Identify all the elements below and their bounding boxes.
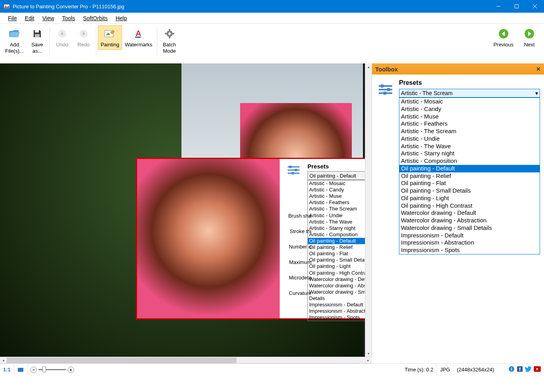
status-time: Time (s): 0.2	[401, 364, 437, 375]
scroll-left-icon[interactable]: ◂	[0, 358, 7, 362]
preset-item[interactable]: Oil painting - Relief	[308, 244, 365, 250]
preset-item[interactable]: Oil painting - Small Details	[399, 187, 540, 195]
fit-icon	[17, 367, 24, 372]
save-as-button[interactable]: Saveas...	[27, 25, 48, 56]
preset-item[interactable]: Artistic - Composition	[308, 231, 365, 238]
svg-rect-3	[515, 5, 519, 8]
next-icon	[523, 27, 536, 40]
folder-open-icon	[8, 27, 21, 40]
zoom-slider[interactable]: − +	[27, 367, 77, 373]
preset-item[interactable]: Impressionism - Default	[308, 302, 365, 308]
batch-mode-button[interactable]: BatchMode	[159, 25, 180, 56]
vertical-scrollbar[interactable]: ▴ ▾	[365, 63, 372, 357]
preset-item[interactable]: Artistic - Feathers	[399, 120, 540, 128]
scroll-down-icon[interactable]: ▾	[365, 350, 372, 357]
preset-item[interactable]: Impressionism - Spots	[399, 247, 540, 254]
preset-item[interactable]: Artistic - Muse	[399, 113, 540, 120]
redo-button[interactable]: Redo	[73, 25, 94, 50]
preset-item[interactable]: Oil painting - Flat	[308, 250, 365, 257]
inset-preset-dropdown[interactable]: Oil painting - Default ▾	[307, 171, 365, 180]
svg-rect-23	[289, 166, 292, 168]
scroll-up-icon[interactable]: ▴	[365, 63, 372, 70]
chevron-down-icon: ▾	[535, 90, 538, 96]
preset-item[interactable]: Artistic - Mosaic	[399, 98, 540, 105]
window-title: Picture to Painting Converter Pro - P111…	[13, 4, 489, 10]
menu-edit[interactable]: Edit	[21, 14, 38, 22]
content-area: Presets Oil painting - Default ▾ Artisti…	[0, 63, 544, 357]
svg-rect-31	[387, 88, 390, 91]
add-files-button[interactable]: AddFile(s)...	[2, 25, 27, 56]
preset-item[interactable]: Watercolor drawing - Abstraction	[399, 217, 540, 224]
menu-help[interactable]: Help	[112, 14, 131, 22]
preset-item[interactable]: Oil painting - High Contrast	[308, 270, 365, 276]
info-icon[interactable]: i	[508, 366, 515, 373]
toolbox-close-button[interactable]: ✕	[536, 66, 541, 72]
undo-button[interactable]: Undo	[52, 25, 73, 50]
toolbar: AddFile(s)... Saveas... Undo Redo Painti…	[0, 24, 544, 63]
preset-item[interactable]: Artistic - Starry night	[399, 150, 540, 157]
preset-item[interactable]: Oil painting - Light	[399, 195, 540, 202]
preset-item[interactable]: Artistic - Composition	[399, 157, 540, 165]
preset-item[interactable]: Oil painting - Relief	[399, 172, 540, 180]
zoom-out-button[interactable]: −	[31, 367, 37, 373]
preset-item[interactable]: Artistic - Candy	[308, 187, 365, 193]
twitter-icon[interactable]	[525, 366, 531, 373]
preset-item[interactable]: Watercolor drawing - Default	[399, 209, 540, 217]
preset-item[interactable]: Artistic - Undie	[308, 212, 365, 219]
preset-item[interactable]: Artistic - Mosaic	[308, 180, 365, 187]
preset-item[interactable]: Artistic - The Scream	[308, 206, 365, 212]
horizontal-scrollbar[interactable]: ◂ ▸	[0, 357, 372, 363]
preset-item[interactable]: Impressionism - Spots	[308, 314, 365, 321]
menu-view[interactable]: View	[38, 14, 58, 22]
preset-item[interactable]: Artistic - Undie	[399, 135, 540, 143]
preset-dropdown[interactable]: Artistic - The Scream ▾	[399, 89, 540, 98]
zoom-in-button[interactable]: +	[68, 367, 74, 373]
preset-item[interactable]: Watercolor drawing - Small Details	[399, 224, 540, 232]
preset-item[interactable]: Artistic - The Wave	[399, 143, 540, 150]
close-button[interactable]	[526, 0, 544, 13]
preset-item[interactable]: Oil painting - Default	[308, 238, 365, 244]
minimize-button[interactable]	[489, 0, 508, 13]
previous-button[interactable]: Previous	[491, 25, 516, 50]
toolbox-panel: Toolbox ✕ Presets Artistic - The Scream …	[372, 63, 544, 357]
inset-preset-list[interactable]: Artistic - MosaicArtistic - CandyArtisti…	[307, 180, 365, 321]
preset-item[interactable]: Watercolor drawing - Small Details	[308, 289, 365, 302]
scroll-right-icon[interactable]: ▸	[365, 358, 372, 362]
painting-button[interactable]: Painting	[98, 25, 122, 50]
zoom-actual-button[interactable]: 1:1	[0, 364, 14, 375]
fit-screen-button[interactable]	[14, 364, 27, 375]
facebook-icon[interactable]: f	[517, 366, 523, 373]
preset-item[interactable]: Oil painting - Small Details	[308, 257, 365, 263]
svg-point-15	[168, 33, 171, 35]
preset-item[interactable]: Oil painting - High Contrast	[399, 202, 540, 210]
menu-tools[interactable]: Tools	[58, 14, 79, 22]
preset-list[interactable]: Artistic - MosaicArtistic - CandyArtisti…	[399, 98, 540, 254]
preset-item[interactable]: Artistic - Feathers	[308, 199, 365, 206]
menu-file[interactable]: File	[4, 14, 21, 22]
preset-item[interactable]: Impressionism - Default	[399, 232, 540, 239]
previous-icon	[497, 27, 510, 40]
watermarks-button[interactable]: A Watermarks	[122, 25, 155, 50]
preset-item[interactable]: Artistic - Starry night	[308, 225, 365, 231]
youtube-icon[interactable]	[534, 366, 541, 373]
preset-item[interactable]: Watercolor drawing - Abstraction	[308, 283, 365, 289]
sliders-icon	[376, 79, 395, 254]
next-button[interactable]: Next	[519, 25, 540, 50]
preset-item[interactable]: Oil painting - Light	[308, 263, 365, 270]
toolbox-title: Toolbox	[375, 66, 398, 73]
preset-item[interactable]: Artistic - The Scream	[399, 128, 540, 135]
preset-item[interactable]: Artistic - Candy	[399, 105, 540, 113]
text-icon: A	[132, 27, 145, 40]
preset-item[interactable]: Oil painting - Default	[399, 165, 540, 172]
preset-item[interactable]: Oil painting - Flat	[399, 180, 540, 187]
svg-rect-25	[295, 169, 297, 171]
preset-item[interactable]: Artistic - The Wave	[308, 219, 365, 225]
preset-item[interactable]: Impressionism - Abstraction	[308, 308, 365, 314]
maximize-button[interactable]	[508, 0, 526, 13]
preset-item[interactable]: Watercolor drawing - Default	[308, 276, 365, 283]
canvas[interactable]: Presets Oil painting - Default ▾ Artisti…	[0, 63, 365, 357]
zoom-track[interactable]	[38, 369, 66, 370]
preset-item[interactable]: Artistic - Muse	[308, 193, 365, 199]
menu-softorbits[interactable]: SoftOrbits	[79, 14, 111, 22]
preset-item[interactable]: Impressionism - Abstraction	[399, 239, 540, 247]
